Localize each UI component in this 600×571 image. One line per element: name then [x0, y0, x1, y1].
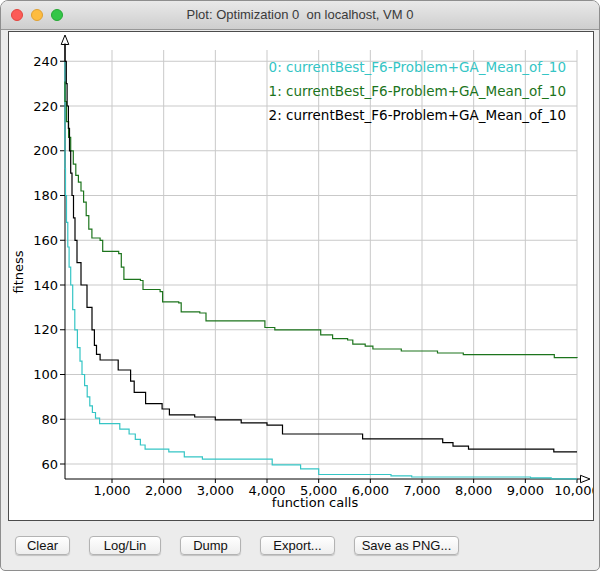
- close-icon[interactable]: [11, 9, 23, 21]
- y-tick-label: 100: [33, 367, 58, 382]
- y-axis-arrow-icon: [61, 35, 69, 45]
- window-controls: [11, 9, 63, 21]
- fitness-chart: 60801001201401601802002202401,0002,0003,…: [9, 32, 593, 520]
- x-tick-label: 1,000: [93, 483, 130, 498]
- x-tick-label: 10,000: [554, 483, 593, 498]
- zoom-icon[interactable]: [51, 9, 63, 21]
- series-0-line: [65, 61, 577, 479]
- y-tick-label: 120: [33, 322, 58, 337]
- x-tick-label: 2,000: [145, 483, 182, 498]
- window-title: Plot: Optimization 0 on localhost, VM 0: [1, 1, 599, 29]
- y-tick-label: 180: [33, 188, 58, 203]
- minimize-icon[interactable]: [31, 9, 43, 21]
- plot-panel: 60801001201401601802002202401,0002,0003,…: [8, 31, 594, 521]
- x-tick-label: 9,000: [507, 483, 544, 498]
- y-tick-label: 160: [33, 233, 58, 248]
- x-tick-label: 7,000: [403, 483, 440, 498]
- y-tick-label: 60: [41, 457, 58, 472]
- clear-button[interactable]: Clear: [15, 536, 70, 555]
- titlebar[interactable]: Plot: Optimization 0 on localhost, VM 0: [1, 1, 599, 30]
- button-bar: Clear Log/Lin Dump Export... Save as PNG…: [15, 536, 459, 556]
- x-axis-label: function calls: [272, 495, 359, 510]
- y-axis-label: fitness: [11, 250, 26, 293]
- y-tick-label: 80: [41, 412, 58, 427]
- dump-button[interactable]: Dump: [180, 536, 241, 555]
- plot-window: Plot: Optimization 0 on localhost, VM 0 …: [0, 0, 600, 571]
- legend-entry: 1: currentBest_F6-Problem+GA_Mean_of_10: [269, 83, 566, 99]
- x-tick-label: 3,000: [197, 483, 234, 498]
- y-tick-label: 220: [33, 99, 58, 114]
- x-axis-arrow-icon: [581, 475, 591, 482]
- export-button[interactable]: Export...: [260, 536, 335, 555]
- y-tick-label: 140: [33, 278, 58, 293]
- legend-entry: 2: currentBest_F6-Problem+GA_Mean_of_10: [269, 107, 566, 123]
- y-tick-label: 200: [33, 143, 58, 158]
- save-png-button[interactable]: Save as PNG...: [354, 536, 459, 555]
- y-tick-label: 240: [33, 54, 58, 69]
- legend-entry: 0: currentBest_F6-Problem+GA_Mean_of_10: [269, 59, 566, 75]
- loglin-button[interactable]: Log/Lin: [89, 536, 161, 555]
- series-2-line: [65, 43, 577, 452]
- x-tick-label: 8,000: [455, 483, 492, 498]
